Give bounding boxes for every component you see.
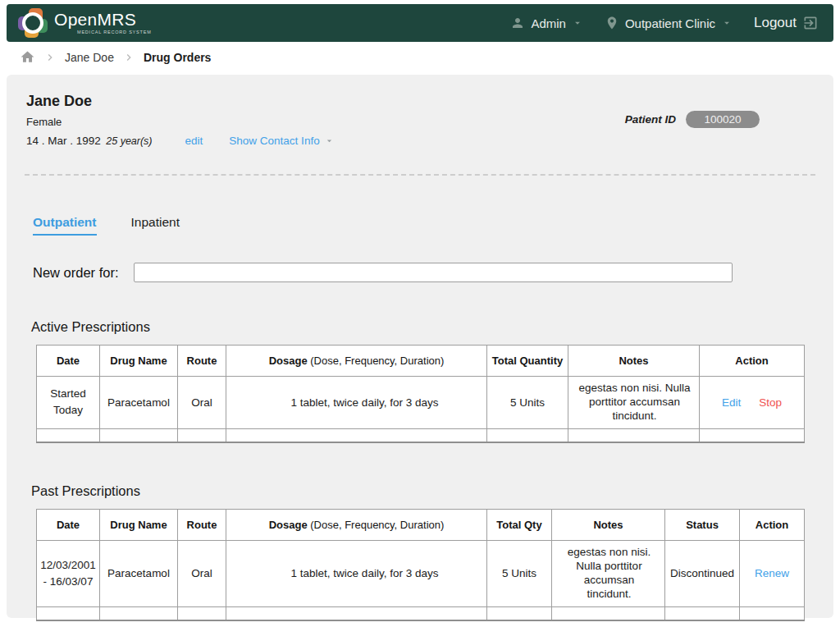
new-order-label: New order for: [33, 265, 119, 281]
new-order-input[interactable] [134, 263, 733, 282]
patient-id-label: Patient ID [625, 113, 676, 126]
chevron-down-icon [572, 17, 583, 29]
col-action: Action [740, 510, 805, 541]
col-route: Route [178, 510, 226, 541]
location-pin-icon [605, 16, 619, 30]
rx-notes: egestas non nisi. Nulla porttitor accums… [552, 541, 665, 607]
past-prescription-row: 12/03/2001 - 16/03/07 Paracetamol Oral 1… [37, 541, 805, 607]
col-notes: Notes [568, 346, 700, 377]
rx-actions: Renew [740, 541, 805, 607]
chevron-down-icon [324, 135, 335, 146]
active-prescriptions-title: Active Prescriptions [31, 319, 815, 335]
empty-row [37, 606, 805, 620]
col-status: Status [665, 510, 740, 541]
rx-status: Discontinued [665, 541, 740, 607]
col-action: Action [700, 346, 805, 377]
show-contact-info-toggle[interactable]: Show Contact Info [229, 135, 334, 147]
user-menu[interactable]: Admin [510, 16, 583, 30]
breadcrumb: Jane Doe Drug Orders [0, 42, 840, 73]
person-icon [510, 16, 525, 30]
openmrs-logo[interactable]: OpenMRS MEDICAL RECORD SYSTEM [18, 8, 152, 38]
rx-date: Started Today [37, 377, 100, 429]
patient-id-badge: 100020 [686, 111, 760, 128]
divider [25, 174, 815, 176]
openmrs-logo-icon [18, 8, 48, 38]
patient-info: Jane Doe Female 14 . Mar . 1992 25 year(… [26, 93, 335, 148]
rx-dosage: 1 tablet, twice daily, for 3 days [226, 377, 487, 429]
chevron-right-icon [122, 51, 135, 64]
rx-drug-name: Paracetamol [100, 377, 178, 429]
breadcrumb-patient[interactable]: Jane Doe [65, 51, 114, 64]
location-menu[interactable]: Outpatient Clinic [605, 16, 733, 30]
patient-id-section: Patient ID 100020 [625, 111, 760, 128]
col-drug-name: Drug Name [100, 346, 178, 377]
rx-total-quantity: 5 Units [487, 377, 568, 429]
col-route: Route [178, 346, 226, 377]
chevron-right-icon [43, 51, 57, 64]
rx-date: 12/03/2001 - 16/03/07 [37, 541, 100, 607]
past-prescriptions-title: Past Prescriptions [31, 483, 815, 499]
active-prescription-row: Started Today Paracetamol Oral 1 tablet,… [37, 377, 805, 429]
col-total-qty: Total Qty [487, 510, 552, 541]
patient-name: Jane Doe [26, 93, 335, 110]
app-header: OpenMRS MEDICAL RECORD SYSTEM Admin Outp… [7, 4, 833, 42]
col-dosage: Dosage (Dose, Frequency, Duration) [226, 346, 487, 377]
patient-gender: Female [26, 116, 335, 128]
show-contact-info-label: Show Contact Info [229, 135, 319, 147]
breadcrumb-current-page: Drug Orders [144, 51, 211, 64]
edit-patient-link[interactable]: edit [185, 135, 203, 147]
location-menu-label: Outpatient Clinic [625, 16, 715, 30]
col-dosage: Dosage (Dose, Frequency, Duration) [226, 510, 487, 541]
table-header-row: Date Drug Name Route Dosage (Dose, Frequ… [37, 510, 805, 541]
rx-route: Oral [178, 541, 226, 607]
rx-route: Oral [178, 377, 226, 429]
user-menu-label: Admin [531, 16, 566, 30]
tab-inpatient[interactable]: Inpatient [131, 215, 180, 236]
rx-actions: EditStop [700, 377, 805, 429]
logout-icon [802, 15, 819, 31]
empty-row [37, 428, 805, 442]
tab-outpatient[interactable]: Outpatient [33, 215, 97, 236]
home-icon[interactable] [20, 49, 35, 65]
logout-label: Logout [754, 15, 797, 31]
rx-notes: egestas non nisi. Nulla porttitor accums… [568, 377, 700, 429]
brand-name: OpenMRS [54, 11, 152, 28]
past-prescriptions-table: Date Drug Name Route Dosage (Dose, Frequ… [36, 509, 805, 621]
col-drug-name: Drug Name [100, 510, 178, 541]
patient-dashboard-card: Jane Doe Female 14 . Mar . 1992 25 year(… [7, 75, 833, 618]
renew-order-link[interactable]: Renew [755, 567, 789, 579]
table-header-row: Date Drug Name Route Dosage (Dose, Frequ… [37, 346, 805, 377]
patient-birthdate: 14 . Mar . 1992 [26, 135, 101, 147]
chevron-down-icon [721, 17, 733, 29]
col-date: Date [37, 510, 100, 541]
rx-total-qty: 5 Units [487, 541, 552, 607]
rx-drug-name: Paracetamol [100, 541, 178, 607]
edit-order-link[interactable]: Edit [722, 396, 741, 409]
col-date: Date [37, 346, 100, 377]
patient-age: 25 year(s) [106, 135, 152, 147]
brand-subtitle: MEDICAL RECORD SYSTEM [77, 30, 152, 35]
active-prescriptions-table: Date Drug Name Route Dosage (Dose, Frequ… [36, 345, 805, 443]
care-setting-tabs: Outpatient Inpatient [33, 215, 815, 236]
col-notes: Notes [552, 510, 665, 541]
logout-button[interactable]: Logout [754, 15, 819, 31]
stop-order-link[interactable]: Stop [759, 396, 782, 409]
col-total-quantity: Total Quantity [487, 346, 568, 377]
rx-dosage: 1 tablet, twice daily, for 3 days [226, 541, 487, 607]
